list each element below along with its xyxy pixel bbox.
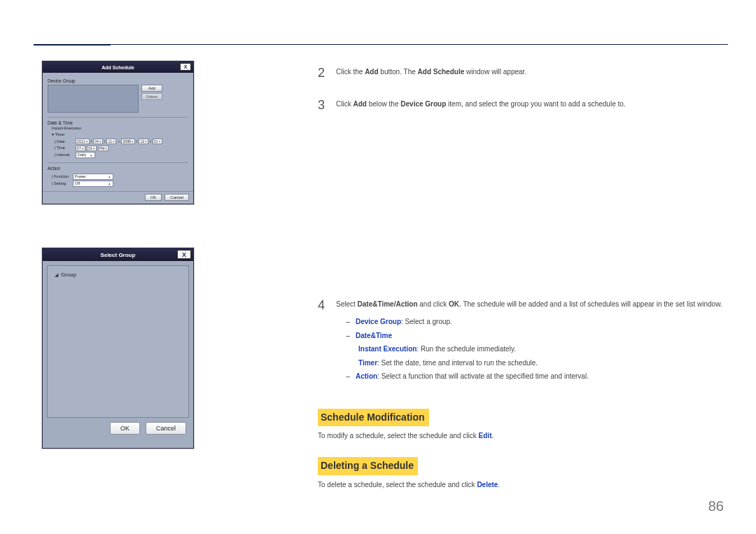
- divider: [48, 117, 188, 118]
- time-min[interactable]: 33▾: [87, 146, 97, 151]
- delete-button[interactable]: Delete: [141, 93, 162, 100]
- tree-item-label: Group: [61, 272, 76, 278]
- dialog-title: Add Schedule X: [43, 62, 193, 73]
- date-year-from[interactable]: 2011▾: [76, 139, 90, 144]
- step-number: 4: [318, 296, 329, 385]
- cancel-button[interactable]: Cancel: [164, 194, 189, 201]
- divider: [48, 162, 188, 163]
- action-label: Action: [48, 166, 188, 171]
- ok-button[interactable]: OK: [110, 422, 140, 435]
- step-text: Click the Add button. The Add Schedule w…: [336, 64, 728, 83]
- date-day-to[interactable]: 31▾: [153, 139, 162, 144]
- interval-select[interactable]: Daily▾: [76, 152, 95, 158]
- step-4: 4 Select Date&Time/Action and click OK. …: [318, 296, 728, 385]
- time-hour[interactable]: 07▾: [76, 146, 85, 151]
- tree-expand-icon[interactable]: ◢: [55, 272, 58, 278]
- sub-device-group: ‒Device Group: Select a group.: [336, 316, 728, 328]
- close-icon[interactable]: X: [180, 63, 191, 71]
- page-number: 86: [708, 498, 724, 514]
- section-text: To delete a schedule, select the schedul…: [318, 479, 728, 491]
- cancel-button[interactable]: Cancel: [146, 422, 186, 435]
- select-group-dialog: Select Group X ◢ Group OK Cancel: [42, 248, 194, 449]
- tree-item-group: ◢ Group: [55, 272, 181, 278]
- dialog-title-text: Select Group: [101, 252, 136, 258]
- step-3: 3 Click Add below the Device Group item,…: [318, 96, 728, 115]
- date-month-from[interactable]: 04▾: [93, 139, 103, 144]
- add-schedule-dialog: Add Schedule X Device Group Add Delete D…: [42, 61, 194, 204]
- sub-action: ‒Action: Select a function that will act…: [336, 371, 728, 382]
- step-text: Click Add below the Device Group item, a…: [336, 96, 728, 115]
- device-group-listbox[interactable]: [48, 85, 139, 113]
- step-2: 2 Click the Add button. The Add Schedule…: [318, 64, 728, 83]
- section-text: To modify a schedule, select the schedul…: [318, 430, 728, 442]
- sub-timer: Timer: Set the date, time and interval t…: [336, 358, 728, 369]
- function-select[interactable]: Power▾: [73, 174, 113, 180]
- page-top-rule: [34, 44, 728, 45]
- sub-instant-exec: Instant Execution: Run the schedule imme…: [336, 344, 728, 355]
- add-button[interactable]: Add: [141, 85, 162, 92]
- ok-button[interactable]: OK: [145, 194, 162, 201]
- setting-select[interactable]: Off▾: [73, 181, 113, 187]
- timer-section: ▾ Timer: [52, 132, 188, 138]
- date-day-from[interactable]: 11▾: [106, 139, 116, 144]
- dialog-title-text: Add Schedule: [102, 65, 134, 70]
- step-text: Select Date&Time/Action and click OK. Th…: [336, 296, 728, 385]
- section-schedule-modification: Schedule Modification: [318, 409, 429, 427]
- device-group-label: Device Group: [48, 78, 188, 83]
- datetime-label: Date & Time: [48, 120, 188, 125]
- time-ampm[interactable]: PM▾: [98, 146, 109, 151]
- sub-datetime: ‒Date&Time: [336, 330, 728, 342]
- date-month-to[interactable]: 12▾: [139, 139, 148, 144]
- close-icon[interactable]: X: [177, 250, 191, 259]
- date-year-to[interactable]: 2088▾: [121, 139, 135, 144]
- step-number: 2: [318, 64, 329, 83]
- dialog-title: Select Group X: [43, 248, 193, 261]
- section-deleting-schedule: Deleting a Schedule: [318, 457, 418, 475]
- instant-exec-label: Instant Execution: [52, 125, 188, 132]
- group-tree[interactable]: ◢ Group: [47, 265, 189, 418]
- step-number: 3: [318, 96, 329, 115]
